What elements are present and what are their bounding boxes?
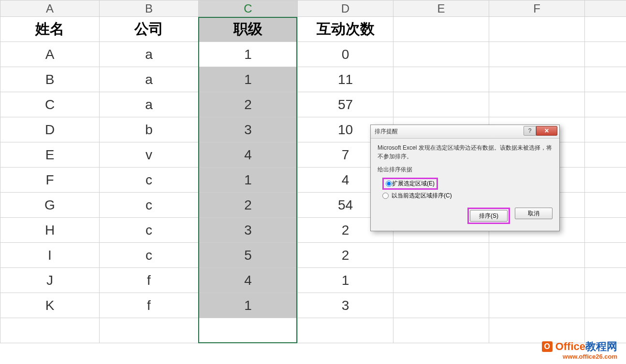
cell[interactable]: D: [0, 117, 100, 142]
cell[interactable]: [393, 42, 489, 67]
cell[interactable]: 职级: [199, 17, 298, 42]
col-header-e[interactable]: E: [393, 0, 489, 17]
cell[interactable]: [489, 67, 585, 92]
sort-button[interactable]: 排序(S): [470, 210, 508, 222]
cell[interactable]: [489, 293, 585, 318]
cell[interactable]: [393, 293, 489, 318]
cell[interactable]: 姓名: [0, 17, 100, 42]
cell[interactable]: 4: [199, 268, 298, 293]
cell[interactable]: 2: [199, 193, 298, 218]
close-button[interactable]: ✕: [536, 126, 557, 136]
cell[interactable]: H: [0, 218, 100, 243]
cell[interactable]: 4: [199, 142, 298, 168]
active-cell[interactable]: 1: [199, 42, 298, 67]
cell[interactable]: 公司: [100, 17, 199, 42]
cell[interactable]: 互动次数: [298, 17, 393, 42]
dialog-titlebar[interactable]: 排序提醒 ? ✕: [371, 125, 559, 139]
cell[interactable]: A: [0, 42, 100, 67]
cell[interactable]: 57: [298, 92, 393, 117]
cell[interactable]: I: [0, 243, 100, 268]
cell[interactable]: J: [0, 268, 100, 293]
cell[interactable]: [0, 318, 100, 343]
cell[interactable]: 3: [199, 218, 298, 243]
cell[interactable]: [393, 318, 489, 343]
cell[interactable]: [585, 268, 626, 293]
table-row: B a 1 11: [0, 67, 626, 92]
cell[interactable]: [100, 318, 199, 343]
radio-current-selection-row[interactable]: 以当前选定区域排序(C): [378, 191, 553, 201]
radio-expand-selection-row[interactable]: 扩展选定区域(E): [378, 177, 553, 191]
cell[interactable]: [585, 142, 626, 168]
col-header-f[interactable]: F: [489, 0, 585, 17]
cell[interactable]: [585, 67, 626, 92]
watermark: O Office教程网 www.office26.com: [542, 339, 617, 360]
cell[interactable]: [489, 268, 585, 293]
cell[interactable]: K: [0, 293, 100, 318]
cell[interactable]: [393, 243, 489, 268]
cell[interactable]: F: [0, 168, 100, 193]
col-header-b[interactable]: B: [100, 0, 199, 17]
cell[interactable]: [393, 92, 489, 117]
cell[interactable]: 1: [298, 268, 393, 293]
col-header-a[interactable]: A: [0, 0, 100, 17]
cell[interactable]: [489, 42, 585, 67]
column-header-row: A B C D E F: [0, 0, 626, 17]
cell[interactable]: a: [100, 92, 199, 117]
table-row: A a 1 0: [0, 42, 626, 67]
cell[interactable]: [585, 293, 626, 318]
cell[interactable]: [585, 17, 626, 42]
cell[interactable]: [393, 268, 489, 293]
cell[interactable]: f: [100, 293, 199, 318]
highlight-annotation: 扩展选定区域(E): [382, 178, 438, 190]
cell[interactable]: [298, 318, 393, 343]
office-icon: O: [542, 341, 553, 352]
cancel-button[interactable]: 取消: [515, 208, 553, 219]
cell[interactable]: c: [100, 168, 199, 193]
cell[interactable]: [585, 117, 626, 142]
cell[interactable]: c: [100, 218, 199, 243]
cell[interactable]: v: [100, 142, 199, 168]
cell[interactable]: C: [0, 92, 100, 117]
cell[interactable]: 5: [199, 243, 298, 268]
cell[interactable]: [585, 218, 626, 243]
cell[interactable]: G: [0, 193, 100, 218]
cell[interactable]: c: [100, 243, 199, 268]
cell[interactable]: 1: [199, 293, 298, 318]
cell[interactable]: [489, 92, 585, 117]
cell[interactable]: E: [0, 142, 100, 168]
col-header-c[interactable]: C: [199, 0, 298, 17]
dialog-title: 排序提醒: [375, 127, 398, 136]
cell[interactable]: b: [100, 117, 199, 142]
cell[interactable]: 0: [298, 42, 393, 67]
watermark-url: www.office26.com: [542, 353, 617, 360]
col-header-d[interactable]: D: [298, 0, 393, 17]
cell[interactable]: [489, 17, 585, 42]
cell[interactable]: [585, 243, 626, 268]
cell[interactable]: [585, 92, 626, 117]
cell[interactable]: f: [100, 268, 199, 293]
cell[interactable]: 1: [199, 67, 298, 92]
cell[interactable]: [199, 318, 298, 343]
cell[interactable]: B: [0, 67, 100, 92]
cell[interactable]: 11: [298, 67, 393, 92]
radio-current-selection[interactable]: [382, 193, 389, 199]
cell[interactable]: [393, 17, 489, 42]
cell[interactable]: 3: [199, 117, 298, 142]
cell[interactable]: 2: [298, 243, 393, 268]
cell[interactable]: [585, 193, 626, 218]
col-header-blank[interactable]: [585, 0, 626, 17]
cell[interactable]: [585, 168, 626, 193]
help-button[interactable]: ?: [524, 126, 536, 136]
cell[interactable]: a: [100, 67, 199, 92]
cell[interactable]: 2: [199, 92, 298, 117]
cell[interactable]: [585, 42, 626, 67]
cell[interactable]: a: [100, 42, 199, 67]
watermark-brand-a: Office: [555, 340, 585, 352]
cell[interactable]: c: [100, 193, 199, 218]
cell[interactable]: [489, 243, 585, 268]
radio-expand-selection[interactable]: [386, 181, 392, 187]
cell[interactable]: [393, 67, 489, 92]
table-row: K f 1 3: [0, 293, 626, 318]
cell[interactable]: 1: [199, 168, 298, 193]
cell[interactable]: 3: [298, 293, 393, 318]
